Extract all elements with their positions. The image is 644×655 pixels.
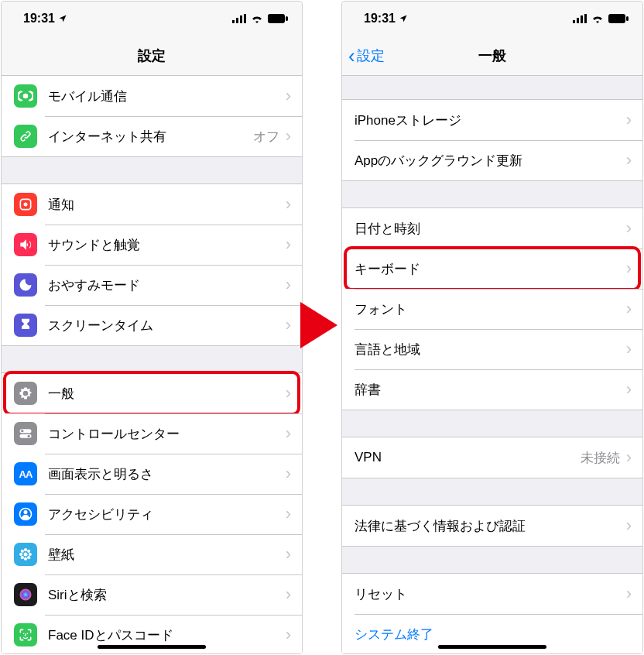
status-bar: 19:31 <box>2 2 302 36</box>
settings-row[interactable]: リセット› <box>342 574 642 614</box>
svg-point-20 <box>27 550 30 553</box>
back-button[interactable]: ‹ 設定 <box>348 36 385 75</box>
settings-row[interactable]: おやすみモード› <box>2 265 302 305</box>
chevron-right-icon: › <box>286 544 291 564</box>
svg-rect-1 <box>236 18 238 23</box>
siri-icon <box>14 583 37 606</box>
row-label: モバイル通信 <box>48 87 286 105</box>
settings-row[interactable]: 壁紙› <box>2 534 302 574</box>
status-time: 19:31 <box>23 12 55 26</box>
svg-point-15 <box>24 548 27 551</box>
chevron-right-icon: › <box>626 218 632 238</box>
svg-point-23 <box>20 589 32 601</box>
row-label: サウンドと触覚 <box>48 236 286 254</box>
svg-point-21 <box>21 556 24 559</box>
flower-icon <box>14 543 37 566</box>
row-label: Face IDとパスコード <box>48 626 286 644</box>
AA-icon: AA <box>14 462 37 485</box>
settings-row[interactable]: 言語と地域› <box>342 329 642 369</box>
settings-row[interactable]: 一般› <box>2 373 302 413</box>
chevron-right-icon: › <box>286 464 291 484</box>
chevron-right-icon: › <box>286 235 291 255</box>
settings-row[interactable]: インターネット共有オフ› <box>2 116 302 156</box>
row-value: オフ <box>253 128 279 146</box>
chevron-right-icon: › <box>286 315 291 335</box>
row-label: インターネット共有 <box>48 128 253 146</box>
settings-row[interactable]: 法律に基づく情報および認証› <box>342 506 642 546</box>
row-label: iPhoneストレージ <box>355 111 626 129</box>
faceid-icon <box>14 623 37 646</box>
chevron-right-icon: › <box>626 584 632 604</box>
svg-point-19 <box>21 550 24 553</box>
row-label: コントロールセンター <box>48 425 286 443</box>
row-label: Siriと検索 <box>48 586 286 604</box>
home-indicator[interactable] <box>98 645 206 649</box>
general-list[interactable]: iPhoneストレージ›Appのバックグラウンド更新›日付と時刻›キーボード›フ… <box>342 76 642 654</box>
settings-row[interactable]: フォント› <box>342 289 642 329</box>
row-label: キーボード <box>355 260 626 278</box>
svg-point-18 <box>29 553 32 556</box>
location-icon <box>58 14 67 23</box>
moon-icon <box>14 273 37 297</box>
svg-point-13 <box>24 510 28 514</box>
settings-list[interactable]: モバイル通信›インターネット共有オフ›通知›サウンドと触覚›おやすみモード›スク… <box>2 76 302 654</box>
general-screen: 19:31 ‹ 設定 <box>341 1 643 654</box>
chevron-right-icon: › <box>286 585 291 605</box>
settings-row[interactable]: キーボード› <box>342 249 642 289</box>
settings-row[interactable]: Siriと検索› <box>2 574 302 615</box>
person-icon <box>14 502 37 526</box>
settings-row[interactable]: VPN未接続› <box>342 437 642 478</box>
svg-rect-29 <box>584 14 587 23</box>
settings-row[interactable]: AA画面表示と明るさ› <box>2 454 302 494</box>
chevron-right-icon: › <box>626 516 632 536</box>
chevron-left-icon: ‹ <box>348 46 355 66</box>
status-time: 19:31 <box>364 12 396 26</box>
row-label: 壁紙 <box>48 546 286 564</box>
settings-row[interactable]: iPhoneストレージ› <box>342 100 642 140</box>
chevron-right-icon: › <box>626 110 632 130</box>
svg-point-7 <box>24 203 28 207</box>
settings-row[interactable]: 日付と時刻› <box>342 208 642 249</box>
svg-point-24 <box>23 633 25 635</box>
home-indicator[interactable] <box>438 645 546 649</box>
svg-point-22 <box>27 556 30 559</box>
row-label: 一般 <box>48 385 286 403</box>
chevron-right-icon: › <box>286 424 291 444</box>
settings-row[interactable]: モバイル通信› <box>2 76 302 116</box>
settings-screen: 19:31 設定 モバイル通信›インターネット共有オフ›通知› <box>1 1 303 654</box>
battery-icon <box>608 14 629 23</box>
status-bar: 19:31 <box>342 2 642 36</box>
battery-icon <box>268 14 288 23</box>
svg-rect-30 <box>608 14 625 23</box>
svg-point-14 <box>24 553 28 557</box>
page-title: 一般 <box>478 46 506 65</box>
chevron-right-icon: › <box>626 448 632 468</box>
cellular-icon <box>232 14 246 23</box>
chevron-right-icon: › <box>286 126 291 146</box>
row-label: 日付と時刻 <box>355 220 626 238</box>
row-label: 言語と地域 <box>355 341 626 358</box>
chevron-right-icon: › <box>626 339 632 359</box>
speaker-icon <box>14 233 37 256</box>
svg-point-25 <box>27 633 29 635</box>
svg-point-17 <box>19 553 22 556</box>
svg-rect-31 <box>626 16 629 21</box>
settings-row[interactable]: サウンドと触覚› <box>2 225 302 265</box>
flow-arrow-icon <box>300 302 337 348</box>
settings-row[interactable]: Appのバックグラウンド更新› <box>342 140 642 180</box>
row-label: フォント <box>355 300 626 318</box>
svg-point-16 <box>24 557 27 561</box>
settings-row[interactable]: アクセシビリティ› <box>2 494 302 534</box>
antenna-icon <box>14 84 37 108</box>
settings-row[interactable]: 辞書› <box>342 369 642 410</box>
settings-row[interactable]: コントロールセンター› <box>2 413 302 454</box>
nav-header: ‹ 設定 一般 <box>342 36 642 76</box>
back-label: 設定 <box>357 46 385 65</box>
chevron-right-icon: › <box>286 504 291 524</box>
settings-row[interactable]: 通知› <box>2 184 302 225</box>
chevron-right-icon: › <box>626 150 632 170</box>
chevron-right-icon: › <box>626 259 632 279</box>
settings-row[interactable]: スクリーンタイム› <box>2 305 302 345</box>
bell-icon <box>14 193 37 216</box>
svg-rect-2 <box>240 15 242 23</box>
